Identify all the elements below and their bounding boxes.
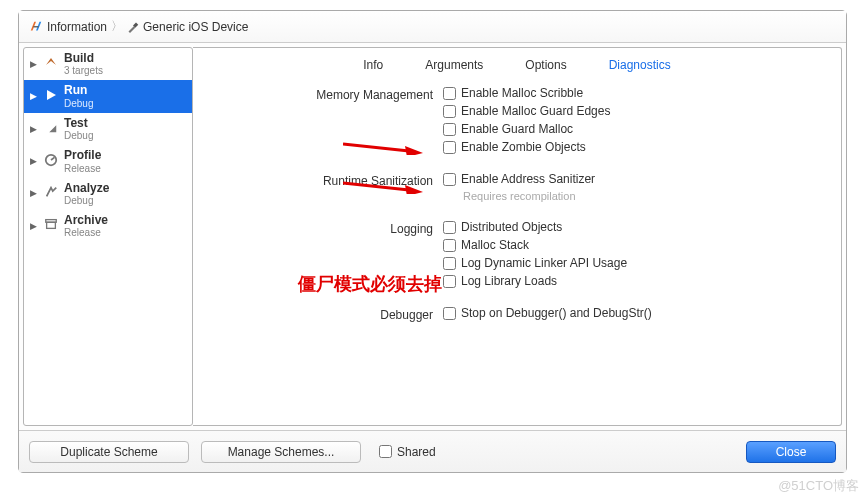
logging-label: Logging — [213, 220, 443, 236]
duplicate-scheme-button[interactable]: Duplicate Scheme — [29, 441, 189, 463]
build-icon — [42, 55, 60, 74]
breadcrumb: Information 〉 Generic iOS Device — [19, 11, 846, 43]
hammer-icon — [127, 21, 139, 33]
checkbox-dynamic-linker[interactable]: Log Dynamic Linker API Usage — [443, 256, 821, 270]
svg-rect-1 — [47, 223, 56, 229]
disclosure-triangle-icon[interactable]: ▶ — [30, 188, 38, 199]
chevron-right-icon: 〉 — [111, 18, 123, 35]
sidebar-item-label: Test — [64, 116, 93, 130]
checkbox-malloc-stack[interactable]: Malloc Stack — [443, 238, 821, 252]
checkbox-guard-malloc[interactable]: Enable Guard Malloc — [443, 122, 821, 136]
disclosure-triangle-icon[interactable]: ▶ — [30, 221, 38, 232]
recompilation-note: Requires recompilation — [443, 190, 821, 202]
checkbox-stop-on-debugger[interactable]: Stop on Debugger() and DebugStr() — [443, 306, 821, 320]
sidebar-item-analyze[interactable]: ▶ Analyze Debug — [24, 178, 192, 210]
annotation-text: 僵尸模式必须去掉 — [298, 272, 442, 296]
bottom-bar: Duplicate Scheme Manage Schemes... Share… — [19, 430, 846, 472]
tab-diagnostics[interactable]: Diagnostics — [603, 56, 677, 74]
checkbox-malloc-scribble[interactable]: Enable Malloc Scribble — [443, 86, 821, 100]
sidebar-item-label: Archive — [64, 213, 108, 227]
sidebar-item-label: Run — [64, 83, 93, 97]
tab-bar: Info Arguments Options Diagnostics — [213, 56, 821, 74]
sidebar-item-label: Profile — [64, 148, 101, 162]
tab-arguments[interactable]: Arguments — [419, 56, 489, 74]
sidebar-item-build[interactable]: ▶ Build 3 targets — [24, 48, 192, 80]
xcode-icon — [29, 20, 43, 34]
tab-options[interactable]: Options — [519, 56, 572, 74]
svg-rect-2 — [46, 220, 57, 223]
checkbox-address-sanitizer[interactable]: Enable Address Sanitizer — [443, 172, 821, 186]
sidebar-item-test[interactable]: ▶ Test Debug — [24, 113, 192, 145]
breadcrumb-item-device[interactable]: Generic iOS Device — [143, 20, 248, 34]
sidebar-item-profile[interactable]: ▶ Profile Release — [24, 145, 192, 177]
sidebar-item-subtitle: Debug — [64, 98, 93, 110]
sidebar-item-label: Analyze — [64, 181, 109, 195]
shared-checkbox[interactable]: Shared — [379, 445, 436, 459]
breadcrumb-item-information[interactable]: Information — [47, 20, 107, 34]
sidebar-item-subtitle: Debug — [64, 195, 109, 207]
checkbox-library-loads[interactable]: Log Library Loads — [443, 274, 821, 288]
sidebar-item-subtitle: 3 targets — [64, 65, 103, 77]
watermark: @51CTO博客 — [778, 477, 859, 495]
analyze-icon — [42, 185, 60, 202]
tab-info[interactable]: Info — [357, 56, 389, 74]
runtime-sanitization-label: Runtime Sanitization — [213, 172, 443, 188]
manage-schemes-button[interactable]: Manage Schemes... — [201, 441, 361, 463]
sidebar-item-subtitle: Release — [64, 163, 101, 175]
sidebar-item-archive[interactable]: ▶ Archive Release — [24, 210, 192, 242]
debugger-label: Debugger — [213, 306, 443, 322]
disclosure-triangle-icon[interactable]: ▶ — [30, 156, 38, 167]
disclosure-triangle-icon[interactable]: ▶ — [30, 59, 38, 70]
test-icon — [42, 120, 60, 137]
sidebar-item-subtitle: Debug — [64, 130, 93, 142]
sidebar-item-label: Build — [64, 51, 103, 65]
close-button[interactable]: Close — [746, 441, 836, 463]
checkbox-zombie-objects[interactable]: Enable Zombie Objects — [443, 140, 821, 154]
run-icon — [42, 87, 60, 106]
profile-icon — [42, 153, 60, 170]
checkbox-distributed-objects[interactable]: Distributed Objects — [443, 220, 821, 234]
disclosure-triangle-icon[interactable]: ▶ — [30, 124, 38, 135]
memory-management-label: Memory Management — [213, 86, 443, 102]
checkbox-malloc-guard-edges[interactable]: Enable Malloc Guard Edges — [443, 104, 821, 118]
sidebar-item-run[interactable]: ▶ Run Debug — [24, 80, 192, 112]
scheme-sidebar: ▶ Build 3 targets ▶ Run Debug — [23, 47, 193, 426]
sidebar-item-subtitle: Release — [64, 227, 108, 239]
disclosure-triangle-icon[interactable]: ▶ — [30, 91, 38, 102]
archive-icon — [42, 217, 60, 234]
